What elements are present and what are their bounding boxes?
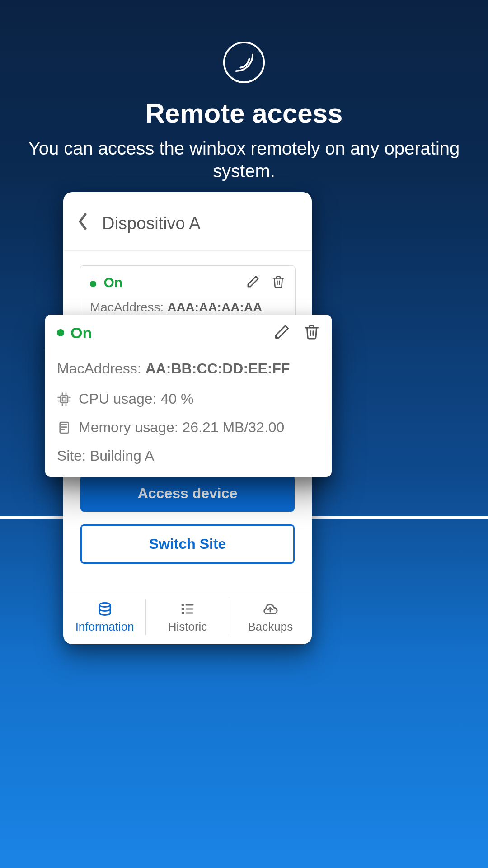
nav-item-information[interactable]: Information <box>63 590 146 644</box>
nav-label-historic: Historic <box>168 620 207 634</box>
edit-icon[interactable] <box>246 275 260 290</box>
page-subtitle: You can access the winbox remotely on an… <box>0 137 488 182</box>
delete-icon[interactable] <box>272 275 285 290</box>
svg-point-4 <box>182 613 183 614</box>
back-icon[interactable] <box>77 212 89 235</box>
nav-label-backups: Backups <box>248 620 293 634</box>
bottom-nav: Information Historic Backups <box>63 590 312 644</box>
memory-usage-line: Memory usage: 26.21 MB/32.00 <box>57 419 320 436</box>
mikrotik-logo-icon <box>222 41 266 84</box>
nav-item-historic[interactable]: Historic <box>146 590 229 644</box>
page-title: Remote access <box>0 98 488 129</box>
delete-icon[interactable] <box>304 324 320 342</box>
status-label: On <box>103 275 122 290</box>
nav-item-backups[interactable]: Backups <box>229 590 312 644</box>
svg-point-0 <box>224 42 264 82</box>
status-label: On <box>70 324 92 342</box>
access-device-button[interactable]: Access device <box>80 475 295 512</box>
switch-site-button[interactable]: Switch Site <box>80 524 295 564</box>
svg-rect-9 <box>62 397 66 401</box>
memory-icon <box>57 420 71 435</box>
status-dot-icon <box>57 329 64 336</box>
svg-point-1 <box>99 603 110 607</box>
site-line: Site: Building A <box>57 448 320 464</box>
svg-rect-8 <box>61 396 68 403</box>
svg-point-3 <box>182 609 183 610</box>
mac-address-line: MacAddress: AA:BB:CC:DD:EE:FF <box>57 360 320 377</box>
mac-address-line: MacAddress: AAA:AA:AA:AA <box>90 300 285 315</box>
edit-icon[interactable] <box>274 324 290 342</box>
svg-point-2 <box>182 604 183 606</box>
cpu-icon <box>57 392 71 406</box>
cpu-usage-line: CPU usage: 40 % <box>57 391 320 407</box>
device-detail-card: On MacAddress: AA:BB:CC:DD:EE:FF CPU usa… <box>45 315 332 477</box>
status-dot-icon <box>90 281 96 287</box>
nav-label-information: Information <box>75 620 134 634</box>
device-title: Dispositivo A <box>102 214 201 233</box>
